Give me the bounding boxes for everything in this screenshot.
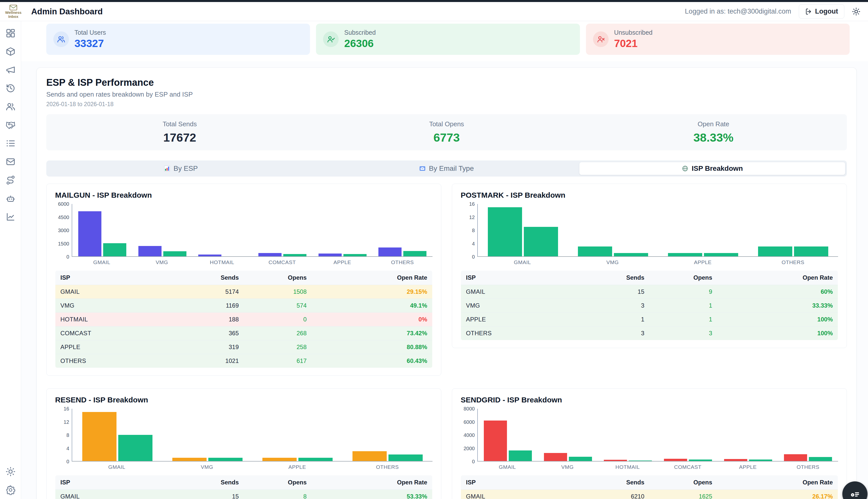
tab-by-esp[interactable]: By ESP [48,162,313,175]
table-cell: 29.15% [312,285,433,299]
resend-table: ISP Sends Opens Open Rate GMAIL15853.33%… [55,475,433,499]
y-axis-tick: 16 [64,406,69,412]
x-axis-label: OTHERS [342,464,433,470]
y-axis-tick: 8000 [464,406,475,412]
col-header-open-rate: Open Rate [717,271,838,285]
stat-label: Subscribed [344,29,376,36]
table-row: APPLE11100% [461,313,838,327]
main-content: Total Users 33327 Subscribed 26306 Uns [21,21,868,499]
x-axis-label: OTHERS [372,259,433,265]
table-row: GMAIL5174150829.15% [55,285,433,299]
date-range: 2026-01-18 to 2026-01-18 [46,101,847,108]
opens-bar [749,460,772,461]
sidebar-settings-gear-icon[interactable] [5,485,16,495]
bar-group [658,204,748,256]
y-axis-tick: 4 [472,241,475,246]
table-cell: 100% [717,313,838,327]
tab-isp-breakdown[interactable]: ISP Breakdown [579,162,845,175]
sidebar-item-workflow[interactable] [5,175,16,185]
sidebar-item-list[interactable] [5,138,16,148]
table-cell: 60.43% [312,354,433,368]
y-axis-tick: 4 [67,446,69,451]
y-axis-tick: 12 [469,214,475,220]
top-dark-strip [0,0,868,2]
postmark-panel: POSTMARK - ISP Breakdown 0481216 GMAILVM… [452,184,847,348]
col-header-isp: ISP [55,271,184,285]
table-cell: GMAIL [461,285,589,299]
table-cell: 617 [244,354,312,368]
table-row: HOTMAIL18800% [55,313,433,327]
table-cell: OTHERS [55,354,184,368]
col-header-opens: Opens [244,475,312,490]
y-axis-tick: 3000 [58,228,70,233]
col-header-opens: Opens [649,271,717,285]
table-cell: 1 [589,313,649,327]
resend-chart: 0481216 GMAILVMGAPPLEOTHERS [55,409,433,470]
sidebar-item-dashboard[interactable] [5,28,16,38]
table-row: VMG116957449.1% [55,299,433,313]
y-axis: 02000400060008000 [461,409,477,462]
x-axis-label: APPLE [312,259,372,265]
resend-panel: RESEND - ISP Breakdown 0481216 GMAILVMGA… [46,388,441,499]
section-title: ESP & ISP Performance [46,77,847,88]
y-axis-tick: 8 [472,228,475,233]
chart-title: MAILGUN - ISP Breakdown [55,191,433,199]
chart-title: SENDGRID - ISP Breakdown [461,395,838,404]
sidebar-item-bot[interactable] [5,193,16,204]
table-cell: 0 [244,313,312,327]
logout-icon [805,8,812,15]
theme-toggle-button[interactable] [852,7,860,16]
bar-group [778,409,838,461]
table-cell: 574 [244,299,312,313]
x-axis-label: APPLE [252,464,342,470]
sun-icon [852,7,860,16]
table-row: GMAIL6210162526.17% [461,490,838,499]
x-axis-label: GMAIL [72,464,162,470]
col-header-open-rate: Open Rate [312,271,433,285]
col-header-opens: Opens [649,475,717,490]
sidebar-theme-sun-icon[interactable] [5,466,16,477]
x-axis-label: VMG [132,259,192,265]
sidebar-item-package[interactable] [5,47,16,57]
table-cell: 33.33% [717,299,838,313]
sendgrid-panel: SENDGRID - ISP Breakdown 020004000600080… [452,388,847,499]
opens-bar [208,458,242,461]
table-cell: 1508 [244,285,312,299]
table-cell: APPLE [461,313,589,327]
sendgrid-table: ISP Sends Opens Open Rate GMAIL621016252… [461,475,838,499]
mailgun-chart: 01500300045006000 GMAILVMGHOTMAILCOMCAST… [55,204,433,265]
stats-band: Total Users 33327 Subscribed 26306 Uns [21,21,868,61]
page-title: Admin Dashboard [31,7,103,16]
bar-group [192,204,252,256]
opens-bar [118,435,153,461]
table-cell: 73.42% [312,327,433,340]
app-logo[interactable]: WellnessInbox [3,4,23,19]
sidebar-item-analytics[interactable] [5,212,16,222]
table-cell: 365 [183,327,244,340]
table-cell: 8 [244,490,312,499]
sidebar-item-history[interactable] [5,83,16,93]
sends-bar [484,421,507,461]
sends-bar [352,451,387,461]
sidebar-item-handshake[interactable] [5,120,16,130]
postmark-chart: 0481216 GMAILVMGAPPLEOTHERS [461,204,838,265]
stat-value: 33327 [74,37,106,50]
sends-bar [318,254,342,256]
x-axis-label: APPLE [658,259,748,265]
sidebar-item-users[interactable] [5,101,16,112]
tab-by-email-type[interactable]: By Email Type [313,162,579,175]
tab-label: By ESP [173,165,198,172]
x-axis-label: APPLE [718,464,778,470]
sends-bar [82,412,117,461]
total-opens-label: Total Opens [313,120,580,128]
table-cell: 0% [312,313,433,327]
table-cell: 3 [589,299,649,313]
sidebar-item-mail[interactable] [5,157,16,167]
view-tabs: By ESP By Email Type ISP Breakdown [46,160,847,177]
opens-bar [629,461,652,461]
table-cell: 1625 [649,490,717,499]
bar-group [252,409,342,461]
logout-button[interactable]: Logout [799,4,844,19]
x-axis-label: HOTMAIL [598,464,658,470]
sidebar-item-megaphone[interactable] [5,65,16,75]
